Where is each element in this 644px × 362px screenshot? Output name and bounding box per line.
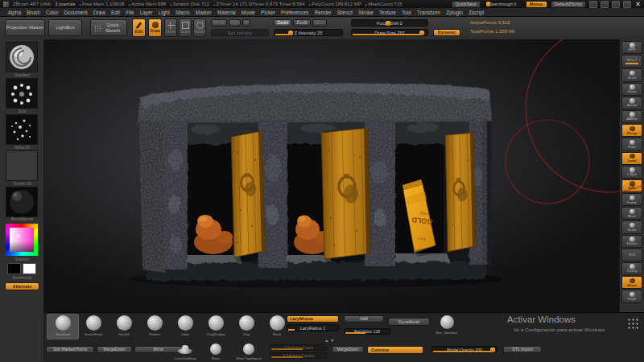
secondary-color-swatch[interactable] xyxy=(23,263,36,274)
tray-scroll-down-icon[interactable] xyxy=(331,339,334,342)
brush-thumb-standard[interactable]: Standard xyxy=(49,315,76,336)
menu-color[interactable]: Color xyxy=(43,10,60,15)
dotted-grid-icon[interactable] xyxy=(626,317,638,329)
model-opacity-handle[interactable] xyxy=(490,348,495,352)
menu-layer[interactable]: Layer xyxy=(137,10,155,15)
main-color-swatch[interactable] xyxy=(7,263,21,274)
transp-button[interactable]: Transp xyxy=(621,262,642,275)
frame-button[interactable]: Frame xyxy=(621,193,642,206)
brush-thumb-claybuildup[interactable]: ClayBuildup xyxy=(202,315,229,336)
move-mode-button[interactable]: Move xyxy=(164,19,177,37)
menu-stroke[interactable]: Stroke xyxy=(356,10,377,15)
local-button[interactable]: Local xyxy=(621,152,642,165)
aahalf-button[interactable]: AAHalf xyxy=(621,110,642,123)
zoom-button[interactable]: Zoom xyxy=(621,83,642,96)
s-enhance-opacity-slider[interactable]: S.Enhance Opacity xyxy=(270,352,328,359)
zsub-button[interactable]: Zsub xyxy=(293,19,311,27)
zadd-button[interactable]: Zadd xyxy=(274,19,291,27)
dynamesh-button[interactable]: DynaMesh xyxy=(388,318,430,326)
lazyradius-slider[interactable]: LazyRadius 1 xyxy=(287,324,339,331)
z-intensity-slider[interactable]: Z Intensity 25 xyxy=(274,29,343,36)
menu-file[interactable]: File xyxy=(123,10,138,15)
ghost-button[interactable]: Ghost xyxy=(621,276,642,289)
alternate-button[interactable]: Alternate xyxy=(5,282,39,290)
current-material-thumbnail[interactable] xyxy=(6,187,38,217)
menu-draw[interactable]: Draw xyxy=(90,10,108,15)
brush-thumb-flatten[interactable]: Flatten xyxy=(141,315,168,336)
scale-tool-button[interactable]: Scale xyxy=(621,220,642,233)
mrgb-button[interactable]: Mrgb xyxy=(211,19,227,27)
brush-thumb-snakehook[interactable]: SnakeHook xyxy=(80,315,107,336)
divider-layout-icon[interactable] xyxy=(589,1,597,8)
lazymouse-button[interactable]: LazyMouse xyxy=(287,315,339,323)
focal-shift-slider[interactable]: Focal Shift 0 xyxy=(351,19,428,27)
polyframe-button[interactable]: PolyF xyxy=(621,290,642,302)
menu-macro[interactable]: Macro xyxy=(172,10,192,15)
focal-shift-handle[interactable] xyxy=(386,21,390,26)
menu-stencil[interactable]: Stencil xyxy=(334,10,355,15)
menu-texture[interactable]: Texture xyxy=(376,10,398,15)
m-button[interactable]: M xyxy=(242,19,250,27)
projection-master-button[interactable]: Projection Master xyxy=(5,19,45,36)
draw-size-handle[interactable] xyxy=(419,31,424,35)
close-icon[interactable] xyxy=(634,2,641,7)
solo-button[interactable]: Solo xyxy=(621,179,642,192)
brush-thumb-curvedripsnap[interactable]: CurveDripSnap xyxy=(171,343,199,360)
floor-button[interactable]: Floor xyxy=(621,138,642,150)
menu-brush[interactable]: Brush xyxy=(24,10,43,15)
draw-size-slider[interactable]: Draw Size 797 xyxy=(351,29,428,36)
menu-alpha[interactable]: Alpha xyxy=(5,10,24,15)
rotate-tool-button[interactable]: Rotate xyxy=(621,235,642,248)
colorize-button[interactable]: Colorize xyxy=(367,346,423,354)
tray-scroll-up-icon[interactable] xyxy=(325,339,328,342)
scroll-button[interactable]: Scroll xyxy=(621,68,642,81)
menu-preferences[interactable]: Preferences xyxy=(278,10,312,15)
menu-movie[interactable]: Movie xyxy=(238,10,258,15)
actual-size-button[interactable]: Actual xyxy=(621,97,642,109)
help-icon[interactable] xyxy=(612,1,620,8)
move-tool-button[interactable]: Move xyxy=(621,207,642,220)
rgb-button[interactable]: Rgb xyxy=(229,19,241,27)
draw-mode-button[interactable]: Draw xyxy=(148,19,162,37)
menu-picker[interactable]: Picker xyxy=(258,10,278,15)
menu-light[interactable]: Light xyxy=(155,10,172,15)
menu-zplugin[interactable]: Zplugin xyxy=(443,10,465,15)
rgb-intensity-slider[interactable]: Rgb Intensity xyxy=(211,29,269,36)
zcut-button[interactable]: Zcut xyxy=(312,19,327,27)
edit-mode-button[interactable]: Edit xyxy=(132,19,146,37)
see-through-slider[interactable]: See-through 0 xyxy=(484,1,522,8)
menu-transform[interactable]: Transform xyxy=(414,10,443,15)
lsym-button[interactable]: L.Sym xyxy=(621,166,642,179)
menu-zscript[interactable]: Zscript xyxy=(466,10,487,15)
color-picker-sv-box[interactable] xyxy=(10,228,34,252)
spix-slider[interactable]: SPix 7 xyxy=(621,55,642,68)
brush-thumb-move[interactable]: Move xyxy=(202,343,229,360)
brush-thumb-slash3[interactable]: Slash3 xyxy=(110,315,138,336)
menu-material[interactable]: Material xyxy=(214,10,238,15)
brush-thumb-inflat[interactable]: Inflat xyxy=(171,315,199,336)
rotate-mode-button[interactable]: Rotate xyxy=(193,19,206,37)
xyz-constraint-button[interactable]: XYZ xyxy=(621,249,642,261)
stl-import-button[interactable]: STL Import xyxy=(503,346,542,353)
s-enhance-factor-slider[interactable]: S.Enhance Factor xyxy=(270,344,328,351)
dynamic-button[interactable]: Dynamic xyxy=(433,29,460,36)
resolution-slider[interactable]: Resolution 128 xyxy=(344,328,390,335)
persp-button[interactable]: Persp xyxy=(621,124,642,137)
brush-thumb-clay[interactable]: Clay xyxy=(233,315,260,336)
exe-standart-thumbnail[interactable]: Exe_Standart xyxy=(429,315,464,335)
menu-edit[interactable]: Edit xyxy=(108,10,122,15)
minimize-icon[interactable] xyxy=(623,1,631,8)
color-picker[interactable] xyxy=(6,224,38,256)
menu-document[interactable]: Document xyxy=(61,10,90,15)
color-theme-icon[interactable] xyxy=(601,1,609,8)
menu-render[interactable]: Render xyxy=(312,10,334,15)
current-brush-thumbnail[interactable] xyxy=(6,42,38,72)
quicksave-button[interactable]: QuickSave xyxy=(452,1,481,8)
current-texture-thumbnail[interactable] xyxy=(6,150,38,181)
menu-marker[interactable]: Marker xyxy=(192,10,214,15)
menu-tool[interactable]: Tool xyxy=(398,10,414,15)
default-zscript-button[interactable]: DefaultZScript xyxy=(551,1,586,8)
brush-thumb-move-topological[interactable]: Move Topological xyxy=(233,343,265,360)
current-stroke-thumbnail[interactable] xyxy=(6,78,38,109)
add-button[interactable]: Add xyxy=(344,315,384,323)
